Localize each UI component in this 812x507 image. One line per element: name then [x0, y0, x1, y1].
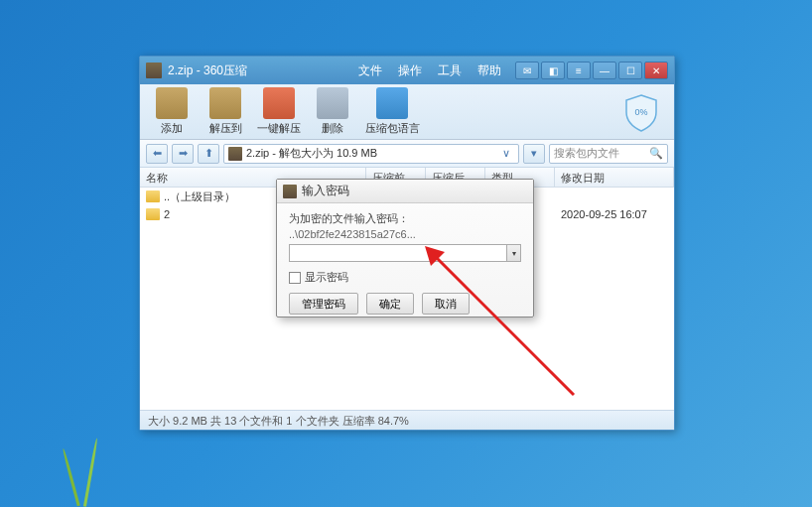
dialog-icon: [283, 185, 297, 198]
extract-to-button[interactable]: 解压到: [202, 87, 249, 136]
search-icon[interactable]: 🔍: [649, 147, 663, 160]
menu-tool[interactable]: 工具: [432, 61, 468, 81]
security-shield[interactable]: 0%: [620, 92, 662, 134]
desktop-decoration: [50, 428, 199, 507]
skin-button[interactable]: ◧: [541, 62, 565, 79]
menu-help[interactable]: 帮助: [472, 61, 507, 81]
titlebar: 2.zip - 360压缩 文件 操作 工具 帮助 ✉ ◧ ≡ — ☐ ✕: [140, 57, 674, 84]
menu-bar: 文件 操作 工具 帮助: [352, 61, 507, 81]
col-date[interactable]: 修改日期: [555, 168, 674, 187]
toolbar: 添加 解压到 一键解压 删除 压缩包语言 0%: [140, 84, 674, 140]
navigation-bar: ⬅ ➡ ⬆ 2.zip - 解包大小为 10.9 MB ∨ ▾ 搜索包内文件 🔍: [140, 140, 674, 168]
one-click-extract-button[interactable]: 一键解压: [255, 87, 303, 136]
close-button[interactable]: ✕: [644, 62, 668, 79]
extract-to-icon: [209, 87, 241, 119]
menu-button[interactable]: ≡: [567, 62, 591, 79]
shield-percent: 0%: [634, 107, 647, 117]
app-icon: [146, 63, 162, 78]
dialog-title: 输入密码: [302, 183, 349, 199]
show-password-checkbox[interactable]: [289, 272, 301, 284]
add-button[interactable]: 添加: [148, 87, 196, 136]
show-password-label: 显示密码: [305, 270, 348, 285]
archive-icon: [228, 147, 242, 161]
back-button[interactable]: ⬅: [146, 144, 168, 164]
maximize-button[interactable]: ☐: [618, 62, 642, 79]
up-button[interactable]: ⬆: [198, 144, 219, 164]
language-icon: [376, 87, 408, 119]
search-field[interactable]: 搜索包内文件 🔍: [549, 144, 668, 164]
folder-icon: [146, 208, 160, 220]
path-text: 2.zip - 解包大小为 10.9 MB: [246, 146, 377, 161]
search-placeholder: 搜索包内文件: [554, 146, 619, 161]
minimize-button[interactable]: —: [593, 62, 616, 79]
status-bar: 大小 9.2 MB 共 13 个文件和 1 个文件夹 压缩率 84.7%: [140, 410, 674, 430]
menu-file[interactable]: 文件: [352, 61, 388, 81]
folder-icon: [146, 190, 160, 202]
path-drop-button[interactable]: ▾: [523, 144, 545, 164]
window-title: 2.zip - 360压缩: [168, 63, 352, 79]
menu-action[interactable]: 操作: [392, 61, 428, 81]
dialog-titlebar: 输入密码: [277, 180, 533, 203]
forward-button[interactable]: ➡: [172, 144, 194, 164]
language-button[interactable]: 压缩包语言: [362, 87, 422, 136]
manage-password-button[interactable]: 管理密码: [289, 293, 358, 315]
delete-icon: [317, 87, 348, 119]
password-input[interactable]: [289, 244, 507, 262]
password-dialog: 输入密码 为加密的文件输入密码： ..\02bf2fe2423815a27c6.…: [276, 179, 534, 317]
encrypted-file-path: ..\02bf2fe2423815a27c6...: [289, 228, 521, 240]
delete-button[interactable]: 删除: [309, 87, 356, 136]
path-dropdown-icon[interactable]: ∨: [498, 147, 514, 160]
window-controls: ✉ ◧ ≡ — ☐ ✕: [515, 62, 668, 79]
feedback-button[interactable]: ✉: [515, 62, 539, 79]
cancel-button[interactable]: 取消: [422, 293, 470, 315]
password-label: 为加密的文件输入密码：: [289, 211, 521, 226]
password-history-dropdown[interactable]: ▾: [507, 244, 521, 262]
add-icon: [156, 87, 188, 119]
ok-button[interactable]: 确定: [366, 293, 414, 315]
one-click-icon: [263, 87, 295, 119]
path-field[interactable]: 2.zip - 解包大小为 10.9 MB ∨: [223, 144, 519, 164]
